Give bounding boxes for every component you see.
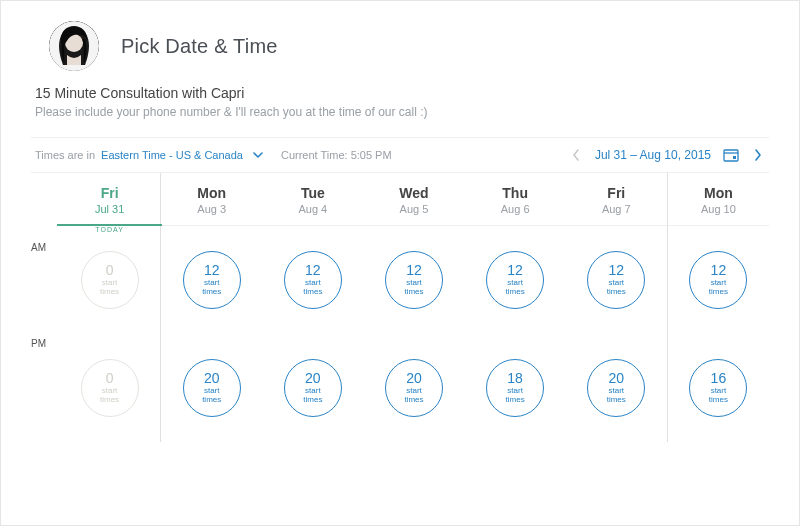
slot-count: 12 bbox=[406, 263, 422, 278]
day-of-week: Mon bbox=[668, 185, 769, 201]
pm-row: 20starttimes bbox=[262, 334, 363, 442]
slot-count: 12 bbox=[608, 263, 624, 278]
calendar-icon[interactable] bbox=[723, 148, 739, 162]
day-of-week: Mon bbox=[161, 185, 262, 201]
slot-label-line1: start bbox=[608, 279, 624, 287]
time-slot-pm[interactable]: 18starttimes bbox=[486, 359, 544, 417]
slot-count: 0 bbox=[106, 263, 114, 278]
day-date: Aug 4 bbox=[262, 203, 363, 215]
day-date: Aug 5 bbox=[363, 203, 464, 215]
slot-label-line1: start bbox=[406, 387, 422, 395]
day-header: MonAug 3 bbox=[161, 173, 262, 225]
am-row: 12starttimes bbox=[363, 226, 464, 334]
day-of-week: Thu bbox=[465, 185, 566, 201]
slot-count: 12 bbox=[305, 263, 321, 278]
day-column: 0starttimes0starttimes bbox=[59, 226, 161, 442]
slot-label-line1: start bbox=[711, 279, 727, 287]
slot-label-line2: times bbox=[607, 288, 626, 296]
day-column: 12starttimes16starttimes bbox=[668, 226, 769, 442]
day-date: Jul 31 bbox=[59, 203, 160, 215]
svg-rect-2 bbox=[724, 150, 738, 161]
day-of-week: Tue bbox=[262, 185, 363, 201]
am-row: 12starttimes bbox=[161, 226, 262, 334]
timezone-value: Eastern Time - US & Canada bbox=[101, 149, 243, 161]
today-badge: TODAY bbox=[91, 226, 127, 233]
day-date: Aug 3 bbox=[161, 203, 262, 215]
day-column: 12starttimes20starttimes bbox=[363, 226, 464, 442]
slot-label-line2: times bbox=[709, 288, 728, 296]
time-slot-pm[interactable]: 20starttimes bbox=[587, 359, 645, 417]
slot-count: 12 bbox=[711, 263, 727, 278]
slot-label-line1: start bbox=[305, 279, 321, 287]
time-slot-pm[interactable]: 20starttimes bbox=[284, 359, 342, 417]
day-header: MonAug 10 bbox=[668, 173, 769, 225]
slot-count: 12 bbox=[507, 263, 523, 278]
pm-label: PM bbox=[31, 334, 59, 442]
slot-label-line2: times bbox=[100, 396, 119, 404]
slot-label-line2: times bbox=[709, 396, 728, 404]
slot-count: 20 bbox=[406, 371, 422, 386]
day-of-week: Fri bbox=[566, 185, 667, 201]
day-of-week: Fri bbox=[59, 185, 160, 201]
time-slot-am[interactable]: 12starttimes bbox=[183, 251, 241, 309]
pm-row: 20starttimes bbox=[161, 334, 262, 442]
slot-label-line2: times bbox=[202, 288, 221, 296]
slot-label-line1: start bbox=[406, 279, 422, 287]
slot-label-line1: start bbox=[204, 387, 220, 395]
time-slot-am[interactable]: 12starttimes bbox=[587, 251, 645, 309]
header: Pick Date & Time bbox=[49, 21, 769, 71]
slot-count: 12 bbox=[204, 263, 220, 278]
page-title: Pick Date & Time bbox=[121, 35, 278, 58]
am-row: 12starttimes bbox=[262, 226, 363, 334]
day-date: Aug 6 bbox=[465, 203, 566, 215]
slot-label-line2: times bbox=[506, 288, 525, 296]
am-row: 0starttimes bbox=[59, 226, 160, 334]
time-slot-am[interactable]: 12starttimes bbox=[284, 251, 342, 309]
time-slot-pm: 0starttimes bbox=[81, 359, 139, 417]
slot-count: 18 bbox=[507, 371, 523, 386]
time-slot-am[interactable]: 12starttimes bbox=[385, 251, 443, 309]
slot-label-line1: start bbox=[204, 279, 220, 287]
slot-label-line2: times bbox=[303, 288, 322, 296]
event-name: 15 Minute Consultation with Capri bbox=[35, 85, 769, 101]
event-instruction: Please include your phone number & I'll … bbox=[35, 105, 769, 119]
slot-label-line1: start bbox=[608, 387, 624, 395]
am-row: 12starttimes bbox=[566, 226, 667, 334]
day-date: Aug 10 bbox=[668, 203, 769, 215]
prev-week-button[interactable] bbox=[569, 148, 583, 162]
time-slot-pm[interactable]: 16starttimes bbox=[689, 359, 747, 417]
time-slot-pm[interactable]: 20starttimes bbox=[183, 359, 241, 417]
chevron-down-icon bbox=[253, 152, 263, 159]
day-column: 12starttimes20starttimes bbox=[566, 226, 668, 442]
timezone-selector[interactable]: Eastern Time - US & Canada bbox=[101, 149, 263, 161]
host-avatar bbox=[49, 21, 99, 71]
next-week-button[interactable] bbox=[751, 148, 765, 162]
slot-label-line2: times bbox=[100, 288, 119, 296]
day-column: 12starttimes20starttimes bbox=[262, 226, 363, 442]
slot-count: 20 bbox=[608, 371, 624, 386]
day-date: Aug 7 bbox=[566, 203, 667, 215]
slot-label-line1: start bbox=[507, 387, 523, 395]
pm-row: 20starttimes bbox=[363, 334, 464, 442]
slot-label-line2: times bbox=[404, 396, 423, 404]
day-column: 12starttimes18starttimes bbox=[465, 226, 566, 442]
time-slot-pm[interactable]: 20starttimes bbox=[385, 359, 443, 417]
slot-count: 20 bbox=[204, 371, 220, 386]
am-row: 12starttimes bbox=[668, 226, 769, 334]
slot-label-line1: start bbox=[102, 387, 118, 395]
slot-count: 16 bbox=[711, 371, 727, 386]
slot-label-line2: times bbox=[303, 396, 322, 404]
slot-count: 0 bbox=[106, 371, 114, 386]
scheduling-widget: Pick Date & Time 15 Minute Consultation … bbox=[0, 0, 800, 526]
am-label: AM bbox=[31, 226, 59, 334]
slot-label-line2: times bbox=[506, 396, 525, 404]
day-column: 12starttimes20starttimes bbox=[161, 226, 262, 442]
slot-label-line1: start bbox=[711, 387, 727, 395]
calendar-grid: FriJul 31TODAYMonAug 3TueAug 4WedAug 5Th… bbox=[31, 173, 769, 442]
day-of-week: Wed bbox=[363, 185, 464, 201]
am-row: 12starttimes bbox=[465, 226, 566, 334]
time-slot-am[interactable]: 12starttimes bbox=[486, 251, 544, 309]
time-slot-am[interactable]: 12starttimes bbox=[689, 251, 747, 309]
toolbar: Times are in Eastern Time - US & Canada … bbox=[31, 137, 769, 173]
date-nav: Jul 31 – Aug 10, 2015 bbox=[569, 148, 765, 162]
